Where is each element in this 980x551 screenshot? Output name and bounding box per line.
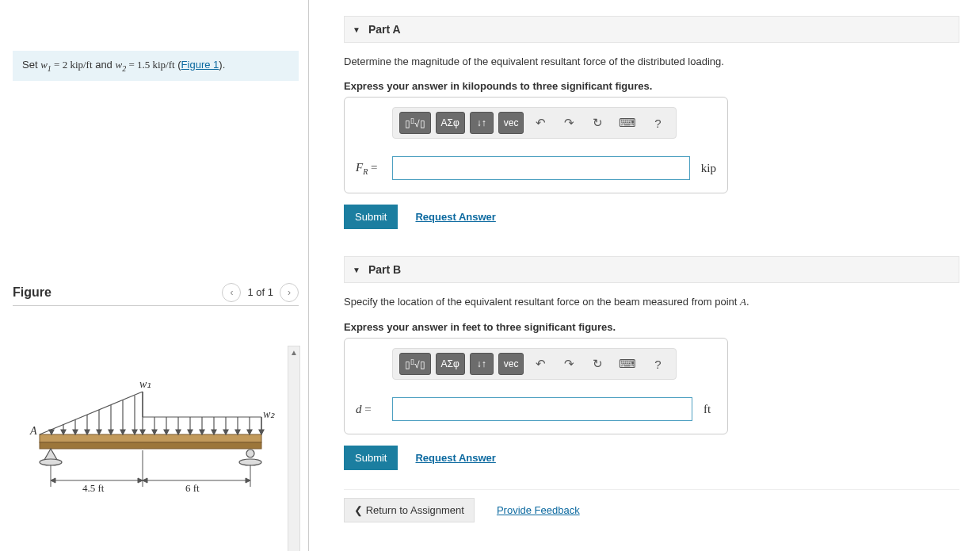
part-b-instructions: Express your answer in feet to three sig… [344,321,959,333]
reset-icon: ↻ [593,116,603,130]
part-b-header[interactable]: ▼ Part B [344,256,959,283]
and-text: and [93,59,116,71]
svg-marker-12 [85,430,90,434]
part-a-prompt: Determine the magnitude of the equivalen… [344,55,959,67]
part-b-title: Part B [368,263,401,276]
templates-icon: ▯▯√▯ [405,117,425,129]
svg-marker-42 [259,430,264,434]
svg-marker-54 [143,478,147,483]
w2-var: w [115,59,122,71]
help-button[interactable]: ? [646,353,669,375]
svg-marker-16 [109,430,113,434]
part-b-point-a: A [740,296,746,308]
svg-marker-32 [200,430,204,434]
subsup-button[interactable]: ↓↑ [470,112,494,134]
undo-icon: ↶ [536,357,546,371]
undo-button[interactable]: ↶ [528,353,552,375]
paren-open: ( [175,59,181,71]
point-a-label: A [30,425,37,438]
svg-marker-51 [51,478,55,483]
w1-var: w [40,59,48,71]
part-b-submit-button[interactable]: Submit [344,446,398,470]
figure-count: 1 of 1 [247,286,273,298]
keyboard-icon: ⌨ [619,116,636,130]
part-b-prompt-post: . [746,296,749,308]
help-icon: ? [654,117,661,130]
svg-marker-43 [44,449,57,460]
return-to-assignment-button[interactable]: ❮ Return to Assignment [344,498,475,522]
reset-button[interactable]: ↻ [585,112,609,134]
part-a-header[interactable]: ▼ Part A [344,16,959,43]
svg-point-45 [246,450,254,457]
svg-marker-18 [120,430,125,434]
part-a-answer-input[interactable] [392,156,690,180]
fr-eq: = [368,161,377,174]
part-a-title: Part A [368,23,401,36]
figure-prev-button[interactable]: ‹ [222,283,241,302]
subsup-button[interactable]: ↓↑ [470,353,494,375]
svg-marker-38 [235,430,240,434]
svg-point-44 [40,459,62,465]
d-label: d = [356,403,392,416]
fr-var: F [356,161,363,174]
w1-eq: = 2 kip/ft [51,59,93,71]
fr-label: FR = [356,161,392,176]
part-a-unit: kip [690,162,716,175]
keyboard-icon: ⌨ [619,357,636,371]
svg-marker-36 [223,430,228,434]
svg-marker-20 [132,430,137,434]
redo-icon: ↷ [564,116,574,130]
equation-toolbar: ▯▯√▯ ΑΣφ ↓↑ vec ↶ ↷ ↻ ⌨ ? [392,348,677,380]
svg-marker-30 [188,430,193,434]
svg-marker-28 [176,430,181,434]
templates-button[interactable]: ▯▯√▯ [399,112,431,134]
set-prefix: Set [22,59,40,71]
figure-link[interactable]: Figure 1 [181,59,219,71]
chevron-left-icon: ‹ [230,287,233,298]
help-icon: ? [654,358,661,371]
part-b-prompt: Specify the location of the equivalent r… [344,296,959,308]
figure-title: Figure [13,285,51,300]
svg-marker-34 [212,430,216,434]
figure-next-button[interactable]: › [280,283,299,302]
redo-icon: ↷ [564,357,574,371]
vec-button[interactable]: vec [498,112,524,134]
reset-button[interactable]: ↻ [585,353,609,375]
dim1-label: 4.5 ft [82,482,104,495]
equation-toolbar: ▯▯√▯ ΑΣφ ↓↑ vec ↶ ↷ ↻ ⌨ ? [392,107,677,139]
templates-button[interactable]: ▯▯√▯ [399,353,431,375]
part-a-answer-box: ▯▯√▯ ΑΣφ ↓↑ vec ↶ ↷ ↻ ⌨ ? FR = kip [344,97,728,193]
return-label: Return to Assignment [366,504,464,516]
w2-eq: = 1.5 kip/ft [126,59,175,71]
undo-button[interactable]: ↶ [528,112,552,134]
chevron-left-icon: ❮ [354,504,366,516]
svg-marker-14 [97,430,101,434]
part-b-request-answer-link[interactable]: Request Answer [415,452,495,464]
part-a-request-answer-link[interactable]: Request Answer [415,211,495,223]
redo-button[interactable]: ↷ [557,112,581,134]
greek-button[interactable]: ΑΣφ [436,112,465,134]
greek-button[interactable]: ΑΣφ [436,353,465,375]
part-b-answer-input[interactable] [392,397,692,421]
dim2-label: 6 ft [185,482,200,495]
d-var: d [356,403,362,415]
svg-marker-55 [246,478,250,483]
keyboard-button[interactable]: ⌨ [614,353,641,375]
svg-marker-40 [247,430,252,434]
paren-close: ). [219,59,225,71]
part-b-answer-box: ▯▯√▯ ΑΣφ ↓↑ vec ↶ ↷ ↻ ⌨ ? d = ft [344,338,728,434]
keyboard-button[interactable]: ⌨ [614,112,641,134]
chevron-right-icon: › [288,287,291,298]
svg-rect-0 [40,434,261,442]
help-button[interactable]: ? [646,112,669,134]
figure-scrollbar[interactable]: ▲ ▼ [288,346,300,551]
scroll-up-icon[interactable]: ▲ [288,346,299,359]
vec-button[interactable]: vec [498,353,524,375]
undo-icon: ↶ [536,116,546,130]
provide-feedback-link[interactable]: Provide Feedback [497,504,580,516]
redo-button[interactable]: ↷ [557,353,581,375]
beam-diagram: w₁ w₂ A 4.5 ft 6 ft [16,346,277,504]
svg-marker-6 [49,430,54,434]
part-a-submit-button[interactable]: Submit [344,205,398,229]
w1-label: w₁ [139,377,151,391]
